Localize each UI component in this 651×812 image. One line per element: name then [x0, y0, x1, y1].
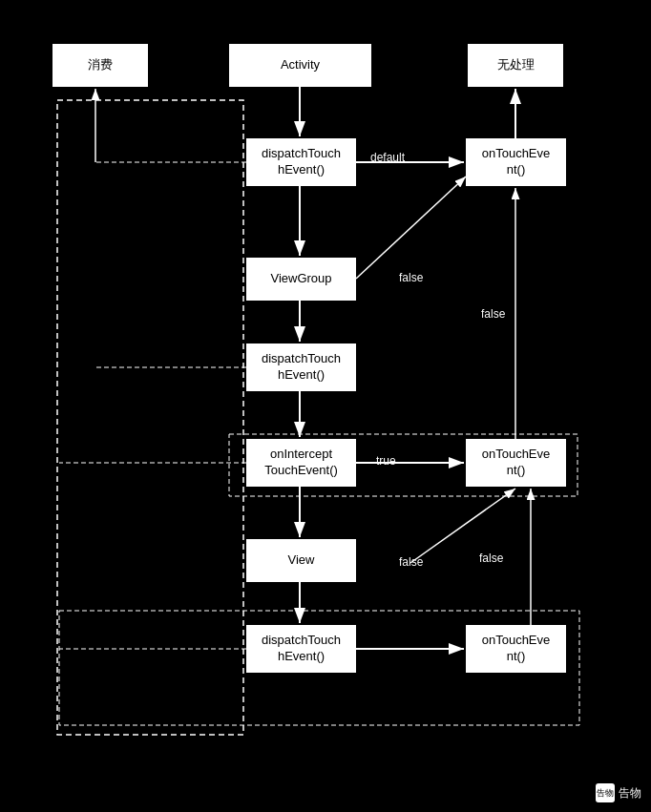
dispatch1-box: dispatchTouchhEvent(): [246, 138, 356, 186]
activity-box: Activity: [229, 44, 371, 87]
false3-label: false: [399, 555, 423, 569]
svg-rect-16: [57, 100, 243, 735]
dispatch2-box: dispatchTouchhEvent(): [246, 344, 356, 391]
watermark-icon: 告物: [596, 783, 615, 802]
no-handle-box: 无处理: [468, 44, 563, 87]
onintercept-box: onInterceptTouchEvent(): [246, 439, 356, 487]
default-label: default: [370, 151, 405, 164]
dispatch3-box: dispatchTouchhEvent(): [246, 625, 356, 673]
ontouch2-box: onTouchEvent(): [466, 439, 566, 487]
arrows-svg: [0, 0, 651, 812]
ontouch3-box: onTouchEvent(): [466, 625, 566, 673]
watermark-text: 告物: [619, 785, 641, 802]
false4-label: false: [479, 552, 503, 565]
viewgroup-box: ViewGroup: [246, 258, 356, 301]
diagram-container: 消费 Activity 无处理 dispatchTouchhEvent() on…: [0, 0, 651, 812]
watermark: 告物 告物: [596, 783, 641, 802]
ontouch1-box: onTouchEvent(): [466, 138, 566, 186]
svg-line-12: [356, 177, 466, 279]
true-label: true: [376, 454, 396, 468]
false1-label: false: [399, 271, 423, 284]
false2-label: false: [481, 307, 505, 321]
view-box: View: [246, 539, 356, 582]
consume-box: 消费: [52, 44, 148, 87]
